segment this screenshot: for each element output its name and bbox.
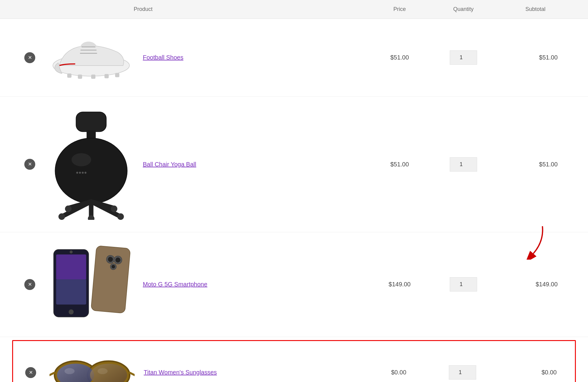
- product-price-ball-chair: $51.00: [369, 161, 430, 168]
- cart-row-sunglasses: Titan Women's Sunglasses $0.00 $0.00: [12, 340, 576, 382]
- cart-row-football-shoes: Football Shoes $51.00 $51.00: [0, 19, 588, 97]
- remove-cell: [25, 367, 50, 378]
- cart-header: Product Price Quantity Subtotal: [0, 0, 588, 19]
- product-name-football-shoes[interactable]: Football Shoes: [134, 54, 369, 61]
- svg-rect-9: [76, 112, 106, 132]
- svg-rect-28: [56, 279, 86, 304]
- quantity-cell-ball-chair: [430, 157, 497, 172]
- remove-button-ball-chair[interactable]: [24, 159, 35, 170]
- header-subtotal: Subtotal: [497, 6, 564, 12]
- svg-rect-7: [105, 74, 109, 78]
- svg-line-17: [68, 202, 91, 208]
- svg-point-12: [71, 153, 91, 166]
- svg-rect-27: [56, 254, 86, 279]
- svg-text:●●●●: ●●●●: [76, 170, 87, 175]
- header-price: Price: [369, 6, 430, 12]
- product-image-sunglasses: [50, 350, 135, 382]
- svg-point-23: [111, 206, 118, 212]
- quantity-input-moto-g[interactable]: [450, 277, 477, 292]
- remove-button-moto-g[interactable]: [24, 279, 35, 290]
- quantity-cell-moto-g: [430, 277, 497, 292]
- product-image-ball-chair: ●●●●: [49, 109, 134, 220]
- sunglasses-icon: [50, 350, 135, 382]
- shoe-icon: [49, 31, 134, 84]
- remove-cell: [24, 159, 49, 170]
- svg-point-46: [64, 368, 74, 374]
- quantity-cell-football-shoes: [430, 50, 497, 65]
- header-product: Product: [134, 6, 369, 12]
- svg-line-44: [50, 373, 54, 375]
- svg-point-30: [69, 309, 74, 314]
- quantity-input-ball-chair[interactable]: [450, 157, 477, 172]
- product-subtotal-moto-g: $149.00: [497, 281, 564, 288]
- svg-point-19: [58, 213, 65, 220]
- svg-point-20: [117, 213, 124, 220]
- svg-point-29: [70, 251, 73, 254]
- product-name-sunglasses[interactable]: Titan Women's Sunglasses: [135, 369, 368, 376]
- product-subtotal-ball-chair: $51.00: [497, 161, 564, 168]
- product-image-football-shoes: [49, 31, 134, 84]
- quantity-cell-sunglasses: [429, 365, 496, 380]
- svg-point-22: [65, 206, 72, 212]
- product-price-sunglasses: $0.00: [368, 369, 429, 376]
- product-price-football-shoes: $51.00: [369, 54, 430, 61]
- remove-button-sunglasses[interactable]: [25, 367, 36, 378]
- product-subtotal-football-shoes: $51.00: [497, 54, 564, 61]
- cart-row-ball-chair: ●●●● Ball Chair Yoga Ball $51.00 $51.00: [0, 97, 588, 232]
- smartphone-icon: [49, 244, 134, 325]
- quantity-input-football-shoes[interactable]: [450, 50, 477, 65]
- product-name-ball-chair[interactable]: Ball Chair Yoga Ball: [134, 161, 369, 168]
- remove-cell: [24, 279, 49, 290]
- cart-row-moto-g: Moto G 5G Smartphone $149.00 $149.00: [0, 232, 588, 337]
- ball-chair-icon: ●●●●: [49, 109, 134, 220]
- svg-line-45: [130, 373, 135, 375]
- remove-cell: [24, 52, 49, 63]
- header-quantity: Quantity: [430, 6, 497, 12]
- product-image-moto-g: [49, 244, 134, 325]
- product-subtotal-sunglasses: $0.00: [496, 369, 563, 376]
- remove-button-football-shoes[interactable]: [24, 52, 35, 63]
- arrow-annotation: [518, 223, 548, 260]
- product-name-moto-g[interactable]: Moto G 5G Smartphone: [134, 281, 369, 288]
- product-price-moto-g: $149.00: [369, 281, 430, 288]
- svg-point-11: [55, 138, 127, 203]
- svg-rect-5: [78, 75, 82, 79]
- svg-point-47: [98, 368, 108, 374]
- svg-rect-8: [115, 73, 119, 77]
- svg-rect-6: [91, 75, 95, 79]
- svg-point-21: [88, 215, 95, 220]
- svg-rect-4: [67, 73, 71, 78]
- svg-line-18: [91, 202, 114, 208]
- quantity-input-sunglasses[interactable]: [449, 365, 476, 380]
- cart-table: Product Price Quantity Subtotal: [0, 0, 588, 382]
